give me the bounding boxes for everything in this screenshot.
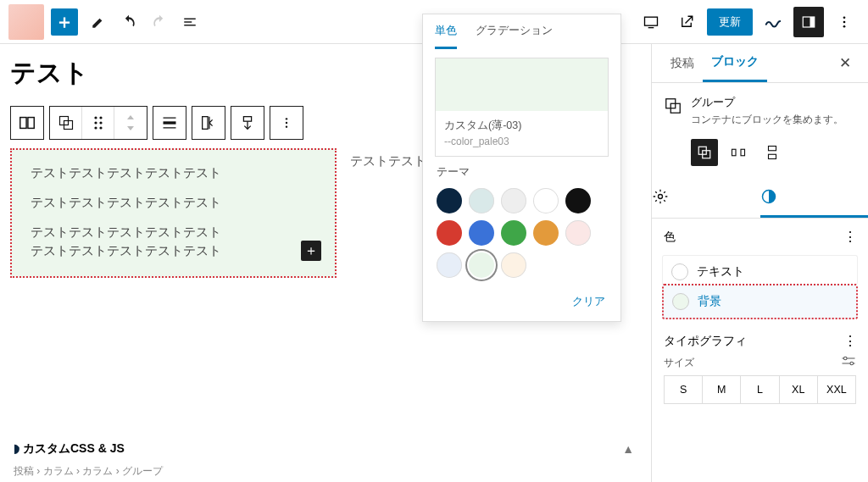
settings-sidebar-toggle-icon[interactable] bbox=[793, 7, 824, 37]
typography-label: タイポグラフィ bbox=[664, 334, 747, 349]
svg-point-32 bbox=[843, 357, 847, 360]
color-swatch[interactable] bbox=[565, 188, 591, 213]
tab-gradient[interactable]: グラデーション bbox=[476, 23, 553, 49]
tab-settings-icon[interactable] bbox=[652, 178, 760, 218]
clear-color-link[interactable]: クリア bbox=[572, 295, 605, 307]
color-swatch[interactable] bbox=[501, 220, 526, 246]
color-swatch[interactable] bbox=[501, 188, 526, 213]
tab-styles-icon[interactable] bbox=[760, 178, 869, 218]
paragraph[interactable]: テストテストテストテストテスト bbox=[31, 195, 321, 211]
block-options-icon[interactable] bbox=[270, 107, 303, 139]
block-description: コンテナにブロックを集めます。 bbox=[691, 113, 843, 127]
theme-color-grid bbox=[423, 185, 620, 285]
add-block-button[interactable]: ＋ bbox=[51, 8, 78, 36]
brand-swell-icon[interactable] bbox=[758, 7, 788, 37]
svg-rect-18 bbox=[243, 117, 251, 122]
color-picker-popover: 単色 グラデーション カスタム(薄-03) --color_pale03 テーマ… bbox=[422, 14, 621, 322]
paragraph[interactable]: テストテストテストテストテスト bbox=[31, 224, 321, 241]
size-xl[interactable]: XL bbox=[780, 376, 818, 403]
svg-rect-16 bbox=[164, 121, 176, 124]
svg-point-3 bbox=[843, 16, 846, 19]
svg-rect-28 bbox=[769, 147, 776, 151]
site-avatar[interactable] bbox=[8, 4, 44, 40]
tab-post[interactable]: 投稿 bbox=[662, 46, 703, 81]
size-xxl[interactable]: XXL bbox=[818, 376, 855, 403]
inline-add-block-button[interactable]: ＋ bbox=[301, 241, 321, 261]
svg-point-11 bbox=[99, 116, 102, 119]
color-swatch[interactable] bbox=[437, 188, 462, 213]
update-button[interactable]: 更新 bbox=[707, 8, 753, 36]
text-color-swatch bbox=[671, 263, 688, 280]
color-swatch[interactable] bbox=[437, 220, 462, 246]
color-swatch-selected[interactable] bbox=[469, 252, 494, 278]
color-swatch[interactable] bbox=[469, 188, 494, 213]
vertical-align-icon[interactable] bbox=[192, 107, 225, 139]
layout-row-icon[interactable] bbox=[725, 139, 752, 166]
color-swatch[interactable] bbox=[437, 252, 462, 278]
external-link-icon[interactable] bbox=[671, 7, 702, 37]
group-layout-variants bbox=[652, 136, 868, 178]
block-name: グループ bbox=[691, 95, 843, 110]
color-swatch[interactable] bbox=[469, 220, 494, 246]
typography-options-icon[interactable]: ⋮ bbox=[843, 333, 856, 349]
svg-rect-0 bbox=[645, 17, 658, 25]
width-icon[interactable] bbox=[231, 107, 264, 139]
color-swatch[interactable] bbox=[501, 252, 526, 278]
paragraph[interactable]: テストテストテストテストテスト bbox=[31, 165, 321, 181]
document-outline-icon[interactable] bbox=[175, 7, 205, 37]
color-section-header: 色 ⋮ bbox=[652, 219, 868, 255]
background-color-swatch bbox=[672, 293, 689, 310]
close-sidebar-icon[interactable]: ✕ bbox=[832, 47, 858, 79]
edit-mode-icon[interactable] bbox=[83, 7, 114, 37]
svg-point-19 bbox=[286, 118, 287, 119]
color-swatch[interactable] bbox=[565, 220, 591, 246]
layout-stack-icon[interactable] bbox=[759, 139, 786, 166]
block-breadcrumb[interactable]: 投稿 › カラム › カラム › グループ bbox=[14, 464, 163, 479]
redo-icon[interactable] bbox=[144, 7, 175, 37]
size-l[interactable]: L bbox=[741, 376, 779, 403]
color-swatch[interactable] bbox=[533, 220, 559, 246]
svg-point-30 bbox=[659, 195, 663, 199]
size-m[interactable]: M bbox=[703, 376, 741, 403]
move-handle-icon[interactable] bbox=[82, 107, 114, 139]
swatch-color-box bbox=[436, 58, 608, 111]
block-info: グループ コンテナにブロックを集めます。 bbox=[652, 83, 868, 136]
group-block-icon bbox=[664, 97, 682, 115]
svg-rect-26 bbox=[732, 149, 737, 156]
size-toggle-icon[interactable] bbox=[841, 356, 856, 370]
tab-solid-color[interactable]: 単色 bbox=[435, 23, 457, 49]
custom-css-panel-toggle[interactable]: ◗カスタムCSS & JS ▲ bbox=[14, 441, 634, 457]
paragraph[interactable]: テストテストテストテストテスト bbox=[31, 243, 221, 259]
color-text-row[interactable]: テキスト bbox=[662, 255, 858, 284]
svg-point-14 bbox=[94, 126, 97, 129]
tab-block[interactable]: ブロック bbox=[703, 44, 767, 82]
popover-tabs: 単色 グラデーション bbox=[423, 14, 620, 49]
svg-point-15 bbox=[99, 126, 102, 129]
align-icon[interactable] bbox=[153, 107, 186, 139]
svg-point-21 bbox=[286, 125, 287, 127]
undo-icon[interactable] bbox=[114, 7, 144, 37]
swell-icon: ◗ bbox=[14, 441, 19, 455]
settings-subtabs bbox=[652, 178, 868, 219]
device-preview-icon[interactable] bbox=[636, 7, 666, 37]
svg-rect-17 bbox=[203, 117, 208, 130]
svg-rect-27 bbox=[741, 149, 745, 156]
layout-group-icon[interactable] bbox=[691, 139, 718, 166]
svg-rect-6 bbox=[20, 118, 26, 129]
move-up-down-icon[interactable] bbox=[114, 107, 147, 139]
column-block-icon[interactable] bbox=[11, 107, 43, 139]
color-options-icon[interactable]: ⋮ bbox=[843, 229, 856, 245]
svg-point-4 bbox=[843, 20, 846, 23]
column-1-selected[interactable]: テストテストテストテストテスト テストテストテストテストテスト テストテストテス… bbox=[10, 148, 337, 278]
typography-section: タイポグラフィ ⋮ サイズ S M L XL XXL bbox=[652, 324, 868, 413]
svg-rect-2 bbox=[810, 17, 815, 27]
select-parent-icon[interactable] bbox=[50, 107, 82, 139]
size-s[interactable]: S bbox=[665, 376, 703, 403]
more-menu-icon[interactable] bbox=[829, 7, 860, 37]
color-swatch[interactable] bbox=[533, 188, 559, 213]
color-background-row[interactable]: 背景 bbox=[662, 284, 858, 319]
selected-swatch-preview[interactable]: カスタム(薄-03) --color_pale03 bbox=[435, 58, 609, 157]
settings-sidebar: 投稿 ブロック ✕ グループ コンテナにブロックを集めます。 色 ⋮ テキスト … bbox=[651, 44, 868, 482]
svg-point-5 bbox=[843, 25, 846, 27]
theme-colors-label: テーマ bbox=[423, 157, 620, 185]
